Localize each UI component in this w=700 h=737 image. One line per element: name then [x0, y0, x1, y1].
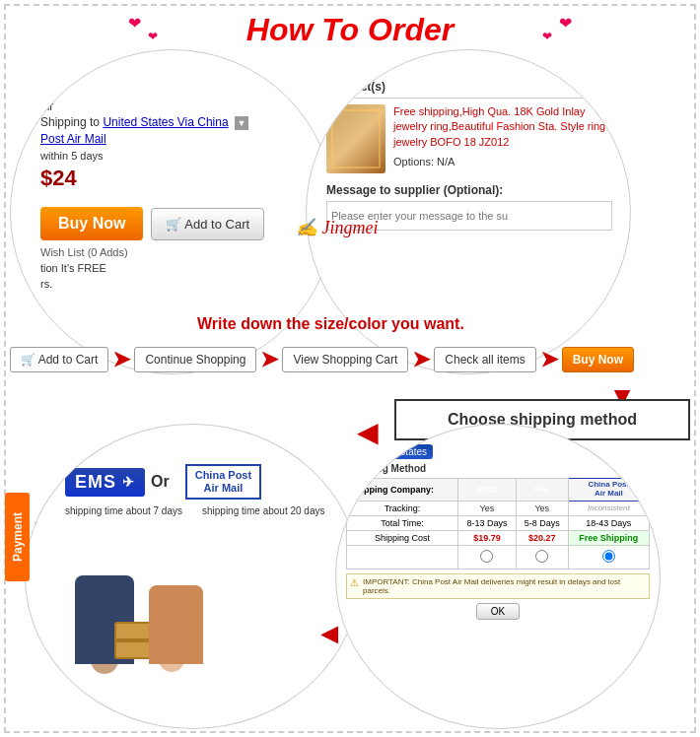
- top-right-content: Product(s) Free shipping,High Qua. 18K G…: [326, 80, 612, 231]
- body-2: [149, 585, 203, 664]
- bottom-right-circle: 🇺🇸 United States Shipping Method Shippin…: [335, 424, 661, 729]
- china-post-logo: China Post Air Mail: [185, 464, 261, 500]
- cost-label: Shipping Cost: [347, 530, 458, 545]
- dhl-radio[interactable]: [535, 550, 548, 563]
- protection-text-2: rs.: [40, 278, 264, 290]
- action-buttons-row: Buy Now 🛒 Add to Cart: [40, 199, 264, 240]
- table-row-time: Total Time: 8-13 Days 5-8 Days 18-43 Day…: [347, 515, 650, 530]
- product-details: Free shipping,High Qua. 18K Gold Inlay j…: [393, 104, 612, 168]
- page-title: How To Order: [0, 12, 700, 48]
- table-col-dhl: DHL: [516, 479, 568, 502]
- shipping-to-row: Shipping to United States Via China ▼: [40, 115, 264, 130]
- plane-icon: ✈: [122, 474, 135, 490]
- shipping-table: Shipping Company: EMS DHL China PostAir …: [346, 478, 650, 570]
- bottom-left-circle: EMS ✈ Or China Post Air Mail shipping ti…: [25, 424, 360, 729]
- shipping-to-text: Shipping to: [40, 115, 100, 129]
- cart-icon-small: 🛒: [166, 217, 181, 232]
- method-row: Post Air Mail: [40, 132, 264, 146]
- shipping-options-row: EMS ✈ Or China Post Air Mail: [65, 464, 339, 500]
- china-radio-cell[interactable]: [568, 545, 649, 569]
- china-cost: Free Shipping: [568, 530, 649, 545]
- dropdown-arrow-icon[interactable]: ▼: [235, 116, 248, 130]
- step-add-to-cart[interactable]: 🛒 Add to Cart: [10, 347, 108, 372]
- steps-row: 🛒 Add to Cart ➤ Continue Shopping ➤ View…: [10, 347, 690, 372]
- bottom-right-content: 🇺🇸 United States Shipping Method Shippin…: [346, 444, 650, 620]
- table-row-tracking: Tracking: Yes Yes Inconsistent: [347, 501, 650, 515]
- protection-text: tion It's FREE: [40, 262, 264, 274]
- shipping-label: air: [40, 100, 264, 113]
- time-label: Total Time:: [347, 515, 458, 530]
- buy-now-button[interactable]: Buy Now: [40, 207, 143, 240]
- options-label: Options:: [393, 156, 434, 168]
- post-air-mail-link[interactable]: Post Air Mail: [40, 132, 106, 146]
- flag-icon: 🇺🇸: [352, 446, 364, 457]
- product-name: Free shipping,High Qua. 18K Gold Inlay j…: [393, 104, 612, 150]
- dhl-tracking: Yes: [516, 501, 568, 515]
- arrow-1: ➤: [112, 347, 130, 372]
- step-buy-now[interactable]: Buy Now: [562, 347, 634, 372]
- table-col-company: Shipping Company:: [347, 479, 458, 502]
- ems-radio[interactable]: [480, 550, 493, 563]
- destination-link[interactable]: United States Via China: [103, 115, 228, 129]
- china-tracking: Inconsistent: [568, 501, 649, 515]
- china-radio[interactable]: [602, 550, 615, 563]
- ems-time: 8-13 Days: [457, 515, 516, 530]
- shipping-method-label: Shipping Method: [346, 463, 650, 474]
- options-row: Options: N/A: [393, 156, 612, 168]
- table-col-ems: EMS: [457, 479, 516, 502]
- shipping-times-row: shipping time about 7 days shipping time…: [65, 505, 339, 516]
- china-post-ship-time: shipping time about 20 days: [202, 505, 325, 516]
- write-down-text: Write down the size/color you want.: [197, 315, 464, 333]
- step-continue-shopping[interactable]: Continue Shopping: [134, 347, 256, 372]
- price-value: 24: [52, 166, 76, 190]
- important-text: IMPORTANT: China Post Air Mail deliverie…: [363, 577, 646, 595]
- ems-radio-cell[interactable]: [457, 545, 516, 569]
- warning-icon: ⚠: [350, 577, 359, 588]
- bottom-left-content: EMS ✈ Or China Post Air Mail shipping ti…: [65, 464, 339, 664]
- within-text: within 5 days: [40, 150, 264, 162]
- price-display: $24: [40, 166, 264, 191]
- cart-icon: 🛒: [21, 353, 35, 367]
- dhl-radio-cell[interactable]: [516, 545, 568, 569]
- dhl-time: 5-8 Days: [516, 515, 568, 530]
- arrow-4: ➤: [540, 347, 558, 372]
- ems-logo: EMS ✈: [65, 468, 145, 497]
- ems-cost: $19.79: [457, 530, 516, 545]
- table-row-radio: [347, 545, 650, 569]
- currency-symbol: $: [40, 166, 52, 190]
- dhl-cost: $20.27: [516, 530, 568, 545]
- add-to-cart-button[interactable]: 🛒 Add to Cart: [151, 208, 264, 240]
- air-label: air: [40, 100, 53, 113]
- tracking-label: Tracking:: [347, 501, 458, 515]
- or-text: Or: [151, 473, 170, 491]
- important-notice: ⚠ IMPORTANT: China Post Air Mail deliver…: [346, 573, 650, 599]
- ok-button[interactable]: OK: [476, 603, 520, 620]
- step-check-items[interactable]: Check all items: [434, 347, 535, 372]
- table-col-china-post: China PostAir Mail: [568, 479, 649, 502]
- step-view-cart[interactable]: View Shopping Cart: [282, 347, 408, 372]
- product-thumbnail: [326, 104, 385, 173]
- china-time: 18-43 Days: [568, 515, 649, 530]
- product-header: Product(s): [326, 80, 612, 99]
- payment-label: Payment: [5, 493, 30, 581]
- ems-tracking: Yes: [457, 501, 516, 515]
- wishlist-text[interactable]: Wish List (0 Adds): [40, 246, 264, 258]
- brand-logo: ✍ Jingmei: [296, 217, 378, 238]
- inner-right-arrow-icon: ◄: [315, 617, 344, 650]
- arrow-3: ➤: [412, 347, 430, 372]
- options-value: N/A: [437, 156, 455, 168]
- region-header: 🇺🇸 United States: [346, 444, 433, 459]
- radio-label: [347, 545, 458, 569]
- ems-ship-time: shipping time about 7 days: [65, 505, 182, 516]
- product-row: Free shipping,High Qua. 18K Gold Inlay j…: [326, 104, 612, 173]
- table-row-cost: Shipping Cost $19.79 $20.27 Free Shippin…: [347, 530, 650, 545]
- arrow-2: ➤: [260, 347, 278, 372]
- message-header: Message to supplier (Optional):: [326, 183, 612, 197]
- top-left-content: air Shipping to United States Via China …: [40, 100, 264, 290]
- delivery-illustration: [65, 536, 339, 664]
